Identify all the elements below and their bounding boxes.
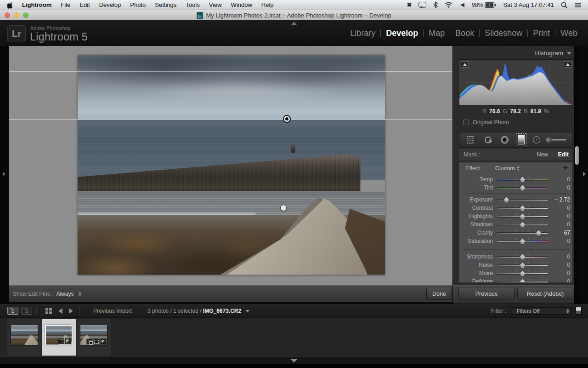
edit-pins-stepper-icon[interactable] <box>79 292 81 296</box>
apple-menu[interactable] <box>5 1 17 9</box>
menu-help[interactable]: Help <box>257 0 278 10</box>
original-photo-toggle[interactable]: Original Photo <box>464 119 509 126</box>
menu-lightroom[interactable]: Lightroom <box>17 0 56 10</box>
copy-badge-icon[interactable] <box>86 339 93 345</box>
hide-right-panel-icon[interactable] <box>583 172 586 176</box>
graduated-filter-tool-icon[interactable] <box>518 135 525 144</box>
app-x-icon[interactable]: ✖ <box>407 1 412 8</box>
collapse-top-panel-icon[interactable] <box>291 22 297 25</box>
menubar-clock[interactable]: Sat 3 Aug 17:07:41 <box>503 1 554 8</box>
menu-file[interactable]: File <box>56 0 75 10</box>
second-window-button[interactable]: 2 <box>21 307 32 315</box>
clarity-value[interactable]: 67 <box>548 230 570 236</box>
zoom-button[interactable] <box>23 12 28 18</box>
effect-preset-stepper-icon[interactable] <box>517 166 520 171</box>
effect-preset-dropdown[interactable]: Custom <box>495 165 515 172</box>
defringe-slider[interactable] <box>497 279 548 282</box>
thumbnail-cell-1[interactable] <box>7 319 41 356</box>
spotlight-icon[interactable] <box>561 2 567 8</box>
graduated-filter-bottom-line[interactable] <box>9 170 452 170</box>
red-eye-tool-icon[interactable] <box>501 136 509 144</box>
previous-photo-icon[interactable] <box>58 308 62 314</box>
radial-filter-tool-icon[interactable] <box>533 136 540 144</box>
crop-overlay-tool-icon[interactable] <box>467 136 474 144</box>
volume-icon[interactable] <box>459 2 465 8</box>
adjustment-badge-icon[interactable] <box>65 338 71 344</box>
main-window-button[interactable]: 1 <box>7 307 18 315</box>
notification-center-icon[interactable] <box>574 2 582 8</box>
filmstrip-menu-caret-icon[interactable] <box>246 310 249 312</box>
minimize-button[interactable] <box>14 12 19 18</box>
adjustment-badge-icon[interactable] <box>100 339 107 345</box>
highlight-clipping-indicator[interactable] <box>564 61 571 68</box>
shadows-value[interactable]: 0 <box>548 221 570 228</box>
saturation-slider[interactable] <box>497 238 548 244</box>
module-slideshow[interactable]: Slideshow <box>480 29 527 38</box>
module-web[interactable]: Web <box>555 29 582 38</box>
shadows-slider[interactable] <box>497 222 548 227</box>
histogram-display[interactable] <box>459 59 573 106</box>
done-button[interactable]: Done <box>426 288 452 300</box>
filmstrip-source[interactable]: Previous Import <box>93 308 132 314</box>
edit-pins-mode[interactable]: Always <box>56 291 74 297</box>
edit-pin-selected[interactable] <box>283 115 291 123</box>
noise-value[interactable]: 0 <box>548 262 570 268</box>
sharpness-slider[interactable] <box>497 254 548 259</box>
thumbnail-photo-3[interactable] <box>80 325 107 345</box>
thumbnail-photo-2[interactable] <box>45 325 73 345</box>
previous-button[interactable]: Previous <box>458 288 514 299</box>
tint-value[interactable]: 0 <box>548 184 570 191</box>
graduated-filter-center-line[interactable] <box>9 119 452 120</box>
mask-edit-button[interactable]: Edit <box>558 151 569 158</box>
shadow-clipping-indicator[interactable] <box>461 61 469 68</box>
sharpness-value[interactable]: 0 <box>548 253 570 260</box>
filter-stepper-icon[interactable] <box>564 307 571 314</box>
left-panel-collapsed-edge[interactable] <box>0 46 9 304</box>
next-photo-icon[interactable] <box>69 308 73 314</box>
histogram-panel-header[interactable]: Histogram <box>458 50 571 57</box>
module-book[interactable]: Book <box>450 29 479 38</box>
module-map[interactable]: Map <box>424 29 450 38</box>
filmstrip-status[interactable]: 3 photos / 1 selected / IMG_6673.CR2 <box>147 308 249 314</box>
exposure-value[interactable]: − 2.72 <box>548 196 570 203</box>
crop-badge-icon[interactable] <box>93 339 100 345</box>
saturation-value[interactable]: 0 <box>548 238 570 244</box>
module-print[interactable]: Print <box>528 29 555 38</box>
crop-badge-icon[interactable] <box>58 338 64 344</box>
thumbnail-cell-2-selected[interactable] <box>42 319 76 356</box>
exposure-slider[interactable] <box>497 197 548 202</box>
menu-settings[interactable]: Settings <box>150 0 181 10</box>
filter-toggle-switch[interactable] <box>576 307 582 315</box>
bluetooth-icon[interactable] <box>433 1 438 8</box>
show-left-panel-icon[interactable] <box>3 172 6 176</box>
moire-value[interactable]: 0 <box>548 270 570 276</box>
contrast-value[interactable]: 0 <box>548 205 570 211</box>
menu-edit[interactable]: Edit <box>75 0 94 10</box>
close-button[interactable] <box>5 12 10 18</box>
tint-slider[interactable] <box>497 185 548 190</box>
mask-new-button[interactable]: New <box>537 151 548 158</box>
contrast-slider[interactable] <box>497 205 548 211</box>
temp-slider[interactable] <box>497 177 548 182</box>
menu-tools[interactable]: Tools <box>181 0 204 10</box>
defringe-value[interactable]: 0 <box>548 278 570 282</box>
right-panel-collapsed-edge[interactable] <box>580 46 588 304</box>
temp-value[interactable]: 0 <box>548 176 570 183</box>
window-titlebar[interactable]: Lr My Lightroom Photos-2.lrcat – Adobe P… <box>0 10 588 21</box>
original-photo-checkbox[interactable] <box>464 120 469 125</box>
noise-slider[interactable] <box>497 262 548 268</box>
menu-view[interactable]: View <box>204 0 226 10</box>
highlights-slider[interactable] <box>497 213 548 219</box>
highlights-value[interactable]: 0 <box>548 213 570 219</box>
module-library[interactable]: Library <box>345 29 380 38</box>
reset-adobe-button[interactable]: Reset (Adobe) <box>517 288 573 299</box>
clarity-slider[interactable] <box>497 230 548 236</box>
photo-preview[interactable] <box>78 55 385 275</box>
module-develop[interactable]: Develop <box>381 29 423 38</box>
graduated-filter-top-line[interactable] <box>9 71 452 72</box>
menu-develop[interactable]: Develop <box>95 0 126 10</box>
develop-canvas[interactable] <box>9 46 452 285</box>
panel-scrollbar-track[interactable] <box>574 46 580 304</box>
thumbnail-cell-3[interactable] <box>77 319 111 356</box>
edit-pin-unselected[interactable] <box>280 205 287 211</box>
